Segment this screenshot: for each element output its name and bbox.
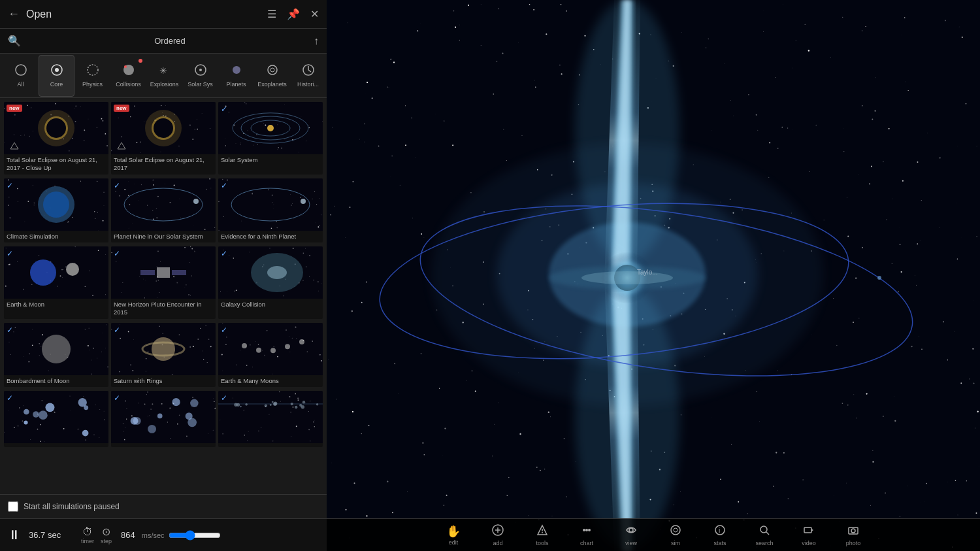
svg-point-461 (124, 439, 125, 441)
tab-physics[interactable]: Physics (74, 55, 110, 97)
svg-point-341 (107, 366, 108, 367)
sort-direction-icon[interactable]: ↑ (314, 35, 319, 47)
sim-item-eclipse-full[interactable]: newTotal Solar Eclipse on August 21, 201… (111, 102, 216, 175)
svg-point-554 (575, 0, 679, 261)
svg-point-292 (229, 256, 229, 256)
svg-point-160 (132, 224, 133, 224)
svg-point-481 (179, 415, 180, 416)
svg-point-170 (134, 184, 135, 184)
sort-label[interactable]: Ordered (26, 36, 314, 46)
svg-point-365 (179, 334, 180, 335)
svg-point-513 (280, 401, 281, 402)
svg-point-361 (172, 374, 172, 375)
sim-item-climate[interactable]: ✓Climate Simulation (4, 178, 108, 242)
svg-point-374 (210, 346, 212, 347)
list-icon[interactable]: ☰ (267, 8, 276, 20)
search-icon[interactable]: 🔍 (8, 35, 21, 47)
sim-item-eclipse-closeup[interactable]: newTotal Solar Eclipse on August 21, 201… (4, 102, 108, 175)
sim-item-ninth-planet[interactable]: ✓Evidence for a Ninth Planet (218, 178, 323, 242)
svg-point-162 (120, 195, 120, 196)
main-tool-stats[interactable]: istats (707, 524, 733, 546)
simulation-grid: newTotal Solar Eclipse on August 21, 201… (0, 98, 327, 494)
sim-item-earth-moon[interactable]: ✓Earth & Moon (4, 246, 108, 319)
svg-point-259 (157, 297, 157, 298)
tab-all[interactable]: All (3, 55, 39, 97)
tab-solarsys[interactable]: Solar Sys (182, 55, 218, 97)
tabs-scroll-right[interactable]: › (326, 70, 327, 82)
svg-point-220 (24, 289, 24, 290)
sim-item-belt[interactable]: ✓ (218, 391, 323, 447)
svg-point-190 (222, 178, 223, 180)
sim-label-new-horizons: New Horizon Pluto Encounter in 2015 (111, 299, 216, 319)
main-tool-video[interactable]: video (796, 524, 822, 546)
sim-item-stars2[interactable]: ✓ (111, 391, 216, 447)
sim-item-galaxy-collision[interactable]: ✓Galaxy Collision (218, 246, 323, 319)
svg-point-103 (277, 124, 278, 125)
svg-point-479 (214, 401, 214, 402)
timer-control[interactable]: ⏱ timer (81, 526, 94, 544)
svg-point-194 (268, 189, 269, 190)
sim-item-new-horizons[interactable]: ✓New Horizon Pluto Encounter in 2015 (111, 246, 216, 319)
svg-point-78 (192, 139, 193, 140)
tab-icon-physics (86, 63, 99, 80)
svg-point-327 (28, 361, 29, 362)
svg-point-247 (63, 269, 64, 270)
sim-item-bombardment[interactable]: ✓Bombardment of Moon (4, 323, 108, 387)
tab-label-exoplanets: Exoplanets (257, 81, 287, 88)
main-tool-sim[interactable]: sim (662, 524, 689, 546)
main-tool-add[interactable]: add (485, 524, 511, 546)
svg-point-394 (289, 336, 289, 337)
tab-explosions[interactable]: ✳Explosions (146, 55, 182, 97)
svg-point-368 (207, 362, 208, 363)
tab-collisions[interactable]: Collisions (110, 55, 146, 97)
svg-point-91 (322, 121, 323, 122)
pause-button[interactable]: ⏸ (8, 527, 21, 543)
svg-point-263 (190, 295, 191, 296)
pause-all-checkbox[interactable] (8, 501, 18, 512)
tab-label-solarsys: Solar Sys (188, 81, 213, 88)
svg-point-122 (34, 203, 35, 203)
svg-point-180 (128, 195, 129, 196)
sim-item-saturn-rings[interactable]: ✓Saturn with Rings (111, 323, 216, 387)
speed-slider-container (169, 530, 319, 541)
main-tool-chart[interactable]: chart (574, 524, 600, 546)
svg-point-523 (222, 433, 223, 435)
svg-point-251 (66, 263, 79, 276)
ms-label: ms/sec (142, 531, 165, 539)
pin-icon[interactable]: 📌 (287, 8, 300, 20)
main-tool-view[interactable]: view (618, 524, 644, 546)
svg-point-159 (129, 227, 129, 228)
sim-item-many-moons[interactable]: ✓Earth & Many Moons (218, 323, 323, 387)
main-tool-tools[interactable]: tools (529, 524, 555, 546)
svg-point-111 (246, 103, 246, 104)
svg-point-179 (153, 179, 154, 180)
svg-point-378 (130, 364, 131, 365)
tab-planets[interactable]: Planets (218, 55, 254, 97)
close-button[interactable]: ✕ (310, 8, 319, 20)
tab-icon-history (302, 63, 315, 80)
svg-point-253 (194, 251, 195, 252)
tab-core[interactable]: Core (39, 55, 74, 97)
main-tool-search[interactable]: search (751, 524, 777, 546)
speed-slider[interactable] (169, 530, 221, 541)
svg-point-264 (189, 262, 190, 263)
back-button[interactable]: ← (8, 7, 20, 21)
svg-point-266 (139, 276, 140, 276)
svg-rect-153 (111, 178, 216, 231)
main-toolbar: ✋editaddtoolschartviewsimistatssearchvid… (327, 518, 980, 551)
sim-item-solar-system[interactable]: ✓Solar System (218, 102, 323, 175)
svg-point-541 (245, 403, 248, 406)
sim-label-belt (218, 443, 323, 447)
svg-point-62 (197, 119, 197, 120)
sim-item-planet9[interactable]: ✓Planet Nine in Our Solar System (111, 178, 216, 242)
svg-point-318 (267, 266, 287, 279)
svg-point-355 (189, 346, 190, 347)
main-tool-edit[interactable]: ✋edit (440, 524, 466, 546)
sim-item-stars1[interactable]: ✓ (4, 391, 108, 447)
step-control[interactable]: ⊙ step (101, 526, 112, 544)
tab-exoplanets[interactable]: Exoplanets (254, 55, 290, 97)
main-tool-photo[interactable]: photo (840, 524, 866, 546)
svg-point-20 (75, 121, 76, 122)
tab-history[interactable]: Histori... (290, 55, 326, 97)
tab-label-history: Histori... (297, 81, 319, 88)
